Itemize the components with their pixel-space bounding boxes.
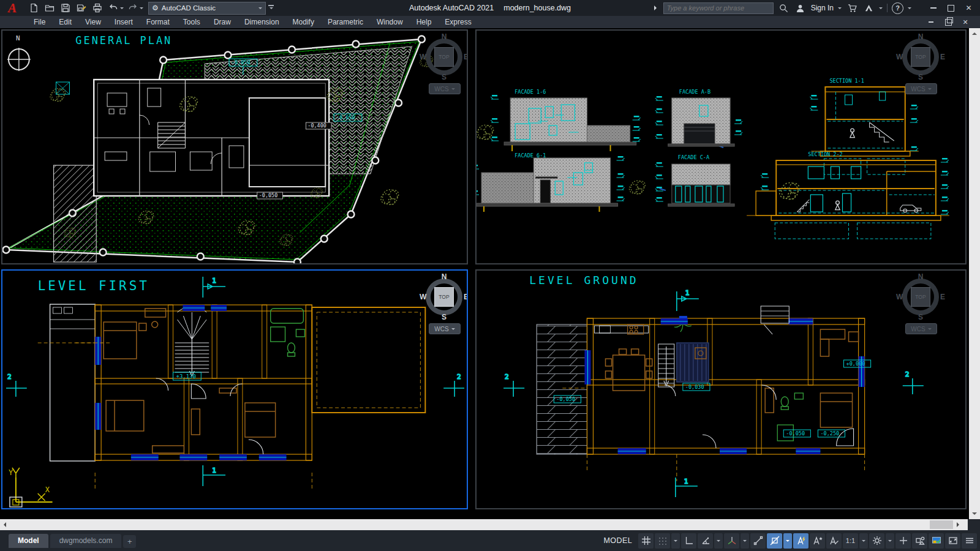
viewcube-north[interactable]: N [442, 32, 447, 41]
viewcube[interactable]: N S W E TOP [421, 274, 467, 320]
menu-edit[interactable]: Edit [52, 16, 78, 28]
menu-insert[interactable]: Insert [108, 16, 140, 28]
graphics-performance-button[interactable] [929, 533, 944, 549]
doc-restore-button[interactable] [943, 17, 953, 28]
wcs-dropdown[interactable]: WCS [905, 83, 937, 94]
viewcube-east[interactable]: E [940, 293, 945, 301]
snap-toggle[interactable] [655, 533, 670, 549]
vertical-scrollbar[interactable] [969, 28, 980, 519]
scroll-right-icon[interactable] [957, 522, 959, 527]
viewport-general-plan[interactable]: -0,050 -0,050 -0,400 -0,050 N [1, 29, 468, 264]
app-store-cart-icon[interactable] [846, 1, 858, 15]
plot-button[interactable] [91, 1, 104, 15]
autocad-logo-icon[interactable]: A [0, 0, 24, 16]
search-expand-icon[interactable] [654, 6, 659, 10]
menu-format[interactable]: Format [140, 16, 176, 28]
viewcube-north[interactable]: N [918, 272, 924, 281]
menu-modify[interactable]: Modify [286, 16, 321, 28]
customization-menu-button[interactable] [962, 533, 977, 549]
menu-draw[interactable]: Draw [207, 16, 238, 28]
viewcube[interactable]: N S W E TOP [898, 274, 943, 320]
annotation-scale-icon[interactable] [826, 533, 842, 549]
iso-caret[interactable] [741, 533, 749, 549]
menu-help[interactable]: Help [410, 16, 439, 28]
workspace-switching-button[interactable] [869, 533, 884, 549]
maximize-button[interactable] [942, 0, 960, 16]
viewcube-east[interactable]: E [940, 53, 945, 61]
sign-in-button[interactable]: Sign In [811, 4, 834, 12]
annotation-monitor-button[interactable] [895, 533, 911, 549]
viewcube[interactable]: N S W E TOP [898, 34, 943, 80]
redo-caret-icon[interactable] [140, 7, 143, 11]
polar-caret[interactable] [714, 533, 723, 549]
annotation-scale-value[interactable]: 1:1 [843, 533, 858, 549]
ortho-toggle[interactable] [681, 533, 696, 549]
viewcube-top-face[interactable]: TOP [911, 287, 930, 307]
new-file-button[interactable] [27, 1, 40, 15]
object-snap-toggle[interactable] [767, 533, 782, 549]
wcs-dropdown[interactable]: WCS [429, 83, 461, 94]
menu-express[interactable]: Express [438, 16, 478, 28]
doc-close-button[interactable]: ✕ [960, 17, 970, 28]
tab-model[interactable]: Model [9, 534, 48, 548]
user-icon[interactable] [794, 1, 807, 15]
sign-in-caret-icon[interactable] [838, 7, 842, 11]
menu-dimension[interactable]: Dimension [238, 16, 286, 28]
annotation-visibility-toggle[interactable] [793, 533, 809, 549]
object-snap-caret[interactable] [783, 533, 792, 549]
scroll-left-icon[interactable] [4, 522, 6, 527]
viewcube-east[interactable]: E [464, 293, 468, 301]
polar-tracking-toggle[interactable] [698, 533, 713, 549]
search-icon[interactable] [778, 1, 790, 15]
doc-minimize-button[interactable] [926, 17, 936, 28]
undo-caret-icon[interactable] [120, 7, 124, 11]
wcs-dropdown[interactable]: WCS [429, 323, 461, 334]
menu-parametric[interactable]: Parametric [321, 16, 370, 28]
viewcube-west[interactable]: W [420, 293, 426, 301]
menu-tools[interactable]: Tools [176, 16, 207, 28]
workspace-selector[interactable]: ⚙ AutoCAD Classic [148, 2, 266, 15]
viewcube[interactable]: N S W E TOP [421, 34, 467, 80]
save-button[interactable] [59, 1, 72, 15]
object-snap-tracking-toggle[interactable] [750, 533, 766, 549]
viewport-level-first[interactable]: LEVEL FIRST 1 1 2 2 [1, 269, 468, 509]
help-icon[interactable]: ? [892, 2, 903, 14]
viewcube-west[interactable]: W [896, 293, 903, 301]
help-caret-icon[interactable] [908, 7, 911, 11]
model-space-label[interactable]: MODEL [604, 536, 632, 545]
viewcube-top-face[interactable]: TOP [434, 287, 454, 307]
undo-button[interactable] [107, 1, 124, 15]
open-file-button[interactable] [43, 1, 56, 15]
qat-customize-button[interactable] [268, 5, 274, 11]
annotation-scale-caret[interactable] [859, 533, 868, 549]
viewcube-south[interactable]: S [442, 313, 447, 321]
minimize-button[interactable] [924, 0, 942, 16]
viewcube-top-face[interactable]: TOP [911, 47, 930, 67]
redo-button[interactable] [126, 1, 143, 15]
viewport-facades[interactable]: FACADE 1-6 [475, 29, 967, 264]
close-button[interactable]: ✕ [960, 0, 978, 16]
viewcube-south[interactable]: S [442, 73, 447, 81]
isolate-objects-button[interactable] [912, 533, 927, 549]
workspace-caret[interactable] [886, 533, 894, 549]
save-as-button[interactable] [75, 1, 88, 15]
autoscale-toggle[interactable] [810, 533, 825, 549]
viewcube-north[interactable]: N [442, 272, 447, 281]
autodesk-app-caret-icon[interactable] [879, 7, 883, 11]
scroll-down-icon[interactable] [972, 512, 977, 515]
isometric-drafting-toggle[interactable] [724, 533, 739, 549]
tab-layout1[interactable]: dwgmodels.com [50, 534, 122, 548]
scroll-up-icon[interactable] [972, 32, 977, 35]
viewcube-west[interactable]: W [896, 53, 903, 61]
horizontal-scrollbar[interactable] [0, 519, 968, 530]
grid-toggle[interactable] [638, 533, 654, 549]
viewcube-south[interactable]: S [918, 73, 923, 81]
viewcube-north[interactable]: N [918, 32, 924, 41]
menu-view[interactable]: View [78, 16, 108, 28]
viewcube-west[interactable]: W [420, 53, 426, 61]
viewcube-east[interactable]: E [464, 53, 468, 61]
viewport-level-ground[interactable]: LEVEL GROUND 1 1 2 2 [475, 269, 967, 509]
snap-caret[interactable] [671, 533, 680, 549]
menu-window[interactable]: Window [370, 16, 410, 28]
new-layout-button[interactable]: + [123, 535, 136, 548]
